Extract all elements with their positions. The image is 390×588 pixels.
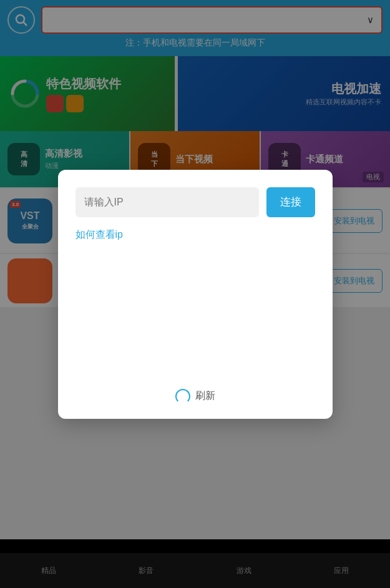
modal-overlay[interactable]: 连接 如何查看ip 刷新 xyxy=(0,0,390,588)
modal-empty-area xyxy=(76,253,315,378)
refresh-icon xyxy=(175,389,190,404)
how-to-link[interactable]: 如何查看ip xyxy=(76,228,315,242)
ip-input[interactable] xyxy=(76,187,259,217)
connect-button[interactable]: 连接 xyxy=(266,187,315,217)
refresh-label: 刷新 xyxy=(195,390,215,403)
modal-input-row: 连接 xyxy=(76,187,315,217)
refresh-row[interactable]: 刷新 xyxy=(76,389,315,404)
connect-modal: 连接 如何查看ip 刷新 xyxy=(58,170,333,419)
